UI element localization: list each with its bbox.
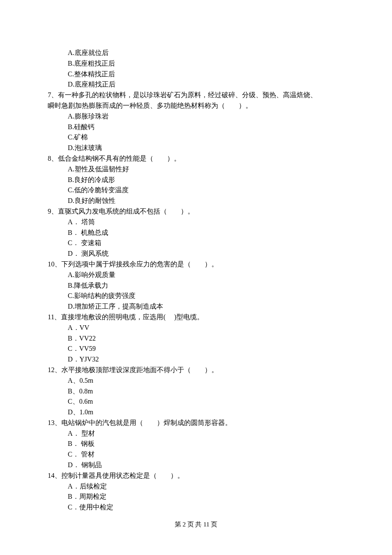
q8-option-d: D.良好的耐蚀性 bbox=[68, 196, 344, 206]
q11-option-c: C．VV59 bbox=[68, 344, 344, 354]
q11-option-d: D．YJV32 bbox=[68, 354, 344, 365]
q9-option-a: A． 塔筒 bbox=[68, 217, 344, 228]
q7-option-d: D.泡沫玻璃 bbox=[68, 143, 344, 153]
q10-option-a: A.影响外观质量 bbox=[68, 270, 344, 280]
q6-option-c: C.整体精找正后 bbox=[68, 69, 344, 80]
q6-option-b: B.底座粗找正后 bbox=[68, 58, 344, 69]
page-content: A.底座就位后 B.底座粗找正后 C.整体精找正后 D.底座精找正后 7、有一种… bbox=[0, 0, 392, 513]
q13-option-a: A． 型材 bbox=[68, 428, 344, 439]
q9-options: A． 塔筒 B． 机舱总成 C． 变速箱 D． 测风系统 bbox=[48, 217, 344, 259]
q14-option-b: B．周期检定 bbox=[68, 491, 344, 502]
q14-options: A．后续检定 B．周期检定 C．使用中检定 bbox=[48, 481, 344, 513]
q9-option-d: D． 测风系统 bbox=[68, 249, 344, 259]
q9-text: 9、直驱式风力发电系统的组成不包括（ ）。 bbox=[48, 206, 344, 217]
q8-option-a: A.塑性及低温韧性好 bbox=[68, 164, 344, 175]
q12-options: A、0.5m B、0.8m C、0.6m D、1.0m bbox=[48, 376, 344, 418]
page-footer: 第 2 页 共 11 页 bbox=[0, 520, 392, 529]
q14-text: 14、控制计量器具使用状态检定是（ ）。 bbox=[48, 471, 344, 481]
q12-option-a: A、0.5m bbox=[68, 376, 344, 386]
q10-option-d: D.增加矫正工序，提高制造成本 bbox=[68, 301, 344, 312]
q6-option-d: D.底座精找正后 bbox=[68, 79, 344, 90]
q13-text: 13、电站锅炉中的汽包就是用（ ）焊制成的圆筒形容器。 bbox=[48, 418, 344, 428]
q13-option-d: D． 钢制品 bbox=[68, 460, 344, 471]
q12-option-b: B、0.8m bbox=[68, 386, 344, 397]
q11-option-b: B．VV22 bbox=[68, 333, 344, 344]
q7-text-line1: 7、有一种多孔的粒状物料，是以珍珠岩矿石为原料，经过破碎、分级、预热、高温焙烧、 bbox=[48, 90, 344, 101]
q8-options: A.塑性及低温韧性好 B.良好的冷成形 C.低的冷脆转变温度 D.良好的耐蚀性 bbox=[48, 164, 344, 206]
q13-option-b: B． 钢板 bbox=[68, 439, 344, 449]
q13-options: A． 型材 B． 钢板 C． 管材 D． 钢制品 bbox=[48, 428, 344, 471]
q10-option-c: C.影响结构的疲劳强度 bbox=[68, 291, 344, 301]
q12-option-d: D、1.0m bbox=[68, 407, 344, 418]
q7-option-a: A.膨胀珍珠岩 bbox=[68, 111, 344, 122]
q8-option-c: C.低的冷脆转变温度 bbox=[68, 185, 344, 196]
q7-option-b: B.硅酸钙 bbox=[68, 122, 344, 133]
q8-option-b: B.良好的冷成形 bbox=[68, 175, 344, 185]
q12-text: 12、水平接地极顶部埋设深度距地面不得小于（ ）。 bbox=[48, 365, 344, 376]
q12-option-c: C、0.6m bbox=[68, 396, 344, 407]
q10-option-b: B.降低承载力 bbox=[68, 280, 344, 291]
q9-option-b: B． 机舱总成 bbox=[68, 228, 344, 238]
q13-option-c: C． 管材 bbox=[68, 449, 344, 460]
q9-option-c: C． 变速箱 bbox=[68, 238, 344, 249]
q10-text: 10、下列选项中属于焊接残余应力的危害的是（ ）。 bbox=[48, 259, 344, 270]
q14-option-c: C．使用中检定 bbox=[68, 502, 344, 513]
q11-text: 11、直接埋地敷设的照明电缆，应选用( )型电缆。 bbox=[48, 312, 344, 323]
q11-option-a: A．VV bbox=[68, 323, 344, 333]
q6-options: A.底座就位后 B.底座粗找正后 C.整体精找正后 D.底座精找正后 bbox=[48, 48, 344, 90]
q11-options: A．VV B．VV22 C．VV59 D．YJV32 bbox=[48, 323, 344, 365]
q8-text: 8、低合金结构钢不具有的性能是（ ）。 bbox=[48, 153, 344, 164]
q6-option-a: A.底座就位后 bbox=[68, 48, 344, 58]
q7-text-line2: 瞬时急剧加热膨胀而成的一种轻质、多功能绝热材料称为（ ）。 bbox=[48, 101, 344, 111]
q7-options: A.膨胀珍珠岩 B.硅酸钙 C.矿棉 D.泡沫玻璃 bbox=[48, 111, 344, 153]
q10-options: A.影响外观质量 B.降低承载力 C.影响结构的疲劳强度 D.增加矫正工序，提高… bbox=[48, 270, 344, 312]
q7-option-c: C.矿棉 bbox=[68, 132, 344, 143]
q14-option-a: A．后续检定 bbox=[68, 481, 344, 492]
